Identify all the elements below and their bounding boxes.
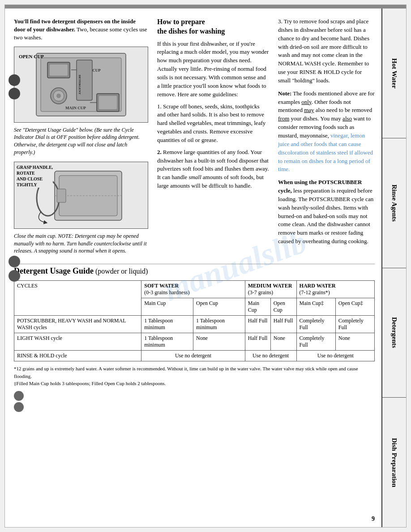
close-caption: Close the main cup. NOTE: Detergent cup … (14, 232, 148, 255)
tab-dish-prep[interactable]: Dish Preparation (382, 398, 406, 527)
table-row: POTSCRUBBER, HEAVY WASH and NORMAL WASH … (14, 316, 375, 333)
row3-med: Use no detergent (245, 351, 296, 361)
tab-detergents-label: Detergents (390, 317, 398, 348)
grasp-label: GRASP HANDLE, ROTATE AND CLOSE TIGHTLY (17, 164, 53, 188)
tab-hot-water[interactable]: Hot Water (382, 9, 406, 138)
guideline2-num: 2. (157, 149, 162, 155)
soft-water-header: SOFT WATER (0-3 grains hardness) (141, 281, 245, 298)
guideline2-text: Remove large quantities of any food. You… (157, 149, 269, 189)
row1-hard-open: Completely Full (335, 316, 374, 333)
grasp-line4: TIGHTLY (17, 182, 53, 188)
svg-point-12 (56, 94, 61, 98)
row2-hard-open: None (335, 333, 374, 351)
row1-med-main: Half Full (245, 316, 270, 333)
med-open-col: Open Cup (270, 298, 296, 316)
how-to-title: How to prepare the dishes for washing (157, 17, 269, 36)
hard-water-header: HARD WATER (7-12 grains*) (296, 281, 374, 298)
how-to-title-line2: the dishes for washing (157, 27, 225, 35)
door-illustration: OPEN CUP DETERGENT (27, 49, 135, 120)
note-body: The foods mentioned above are for exampl… (278, 90, 375, 173)
row1-med-open: Half Full (270, 316, 296, 333)
bottom-section: Detergent Usage Guide (powder or liquid)… (14, 266, 375, 412)
main-content: You'll find two detergent dispensers on … (5, 9, 381, 527)
row3-hard: Use no detergent (296, 351, 374, 361)
row2-soft-open: None (193, 333, 245, 351)
row2-med-main: Half Full (245, 333, 270, 351)
soft-main-col: Main Cup (141, 298, 193, 316)
dot-mid-1 (9, 256, 20, 267)
row1-soft-open: 1 Tablespoon minimum (193, 316, 245, 333)
med-main-col: Main Cup (245, 298, 270, 316)
dot-mid-2 (9, 270, 20, 282)
cycles-header: CYCLES (14, 281, 141, 316)
how-to-title-line1: How to prepare (157, 18, 205, 26)
row2-soft-main: 1 Tablespoon minimum (141, 333, 193, 351)
open-cup-label: OPEN CUP (19, 54, 44, 59)
svg-rect-19 (57, 189, 66, 202)
page-number: 9 (372, 515, 375, 523)
detergent-diagram: OPEN CUP (14, 47, 148, 123)
footnote1: *12 grains and up is extremely hard wate… (14, 365, 375, 380)
middle-column: How to prepare the dishes for washing If… (157, 17, 269, 255)
page: manualslib You'll find two detergent dis… (4, 4, 407, 528)
usage-guide-table: CYCLES SOFT WATER (0-3 grains hardness) … (14, 280, 375, 361)
intro-text: You'll find two detergent dispensers on … (14, 17, 148, 42)
left-dots-top (9, 74, 20, 99)
usage-guide-title-text: Detergent Usage Guide (14, 266, 94, 275)
svg-text:MAIN CUP: MAIN CUP (65, 106, 86, 110)
tab-detergents[interactable]: Detergents (382, 268, 406, 398)
bottom-dot-pair (14, 391, 24, 412)
dot-large-2 (9, 88, 20, 99)
usage-guide-title: Detergent Usage Guide (powder or liquid) (14, 266, 375, 276)
tab-hot-water-label: Hot Water (390, 58, 398, 89)
row1-cycle: POTSCRUBBER, HEAVY WASH and NORMAL WASH … (14, 316, 141, 333)
usage-guide-subtitle: (powder or liquid) (94, 267, 148, 275)
top-section: You'll find two detergent dispensers on … (14, 17, 375, 255)
content-area: You'll find two detergent dispensers on … (5, 9, 406, 527)
separator (14, 264, 375, 264)
bottom-icons (14, 391, 375, 412)
potscrubber-body: less preparation is required before load… (278, 187, 373, 245)
row2-hard-main: Completely Full (296, 333, 335, 351)
row3-soft: Use no detergent (141, 351, 245, 361)
table-row: LIGHT WASH cycle 1 Tablespoon minimum No… (14, 333, 375, 351)
guideline1: 1. Scrape off bones, seeds, skins, tooth… (157, 103, 269, 145)
guideline3: 3. Try to remove food scraps and place d… (278, 17, 375, 85)
svg-rect-3 (50, 64, 68, 76)
row2-cycle: LIGHT WASH cycle (14, 333, 141, 351)
row3-cycle: RINSE & HOLD cycle (14, 351, 141, 361)
grasp-diagram: GRASP HANDLE, ROTATE AND CLOSE TIGHTLY (14, 162, 148, 229)
potscrubber-paragraph: When using the POTSCRUBBER cycle, less p… (278, 178, 375, 246)
hard-main-col: Main Cup‡ (296, 298, 335, 316)
grasp-line3: AND CLOSE (17, 176, 53, 182)
row1-soft-main: 1 Tablespoon minimum (141, 316, 193, 333)
how-to-body: If this is your first dishwasher, or if … (157, 40, 269, 99)
right-column: 3. Try to remove food scraps and place d… (278, 17, 375, 255)
right-sidebar: Hot Water Rinse Agents Detergents Dish P… (381, 9, 406, 527)
svg-text:DETERGENT: DETERGENT (78, 75, 81, 94)
top-bar (5, 5, 406, 9)
caption1: See "Detergent Usage Guide" below. (Be s… (14, 126, 148, 156)
tab-rinse-agents[interactable]: Rinse Agents (382, 138, 406, 268)
footnote2: ‡Filled Main Cup holds 3 tablespoons; Fi… (14, 380, 375, 387)
grasp-line1: GRASP HANDLE, (17, 164, 53, 170)
hard-open-col: Open Cup‡ (335, 298, 374, 316)
left-column: You'll find two detergent dispensers on … (14, 17, 148, 255)
grasp-line2: ROTATE (17, 170, 53, 176)
left-dots-mid (9, 256, 20, 282)
dot-icon-2 (14, 402, 24, 412)
footnotes: *12 grains and up is extremely hard wate… (14, 365, 375, 387)
dot-large-1 (9, 74, 20, 86)
table-row: RINSE & HOLD cycle Use no detergent Use … (14, 351, 375, 361)
soft-open-col: Open Cup (193, 298, 245, 316)
row2-med-open: None (270, 333, 296, 351)
row1-hard-main: Completely Full (296, 316, 335, 333)
medium-water-header: MEDIUM WATER (3-7 grains) (245, 281, 296, 298)
svg-rect-9 (99, 96, 117, 109)
guideline2: 2. Remove large quantities of any food. … (157, 148, 269, 190)
page-container: manualslib You'll find two detergent dis… (0, 0, 411, 532)
note-title: Note: (278, 90, 291, 97)
table-header-row1: CYCLES SOFT WATER (0-3 grains hardness) … (14, 281, 375, 298)
tab-rinse-agents-label: Rinse Agents (390, 184, 398, 222)
note-paragraph: Note: The foods mentioned above are for … (278, 90, 375, 174)
